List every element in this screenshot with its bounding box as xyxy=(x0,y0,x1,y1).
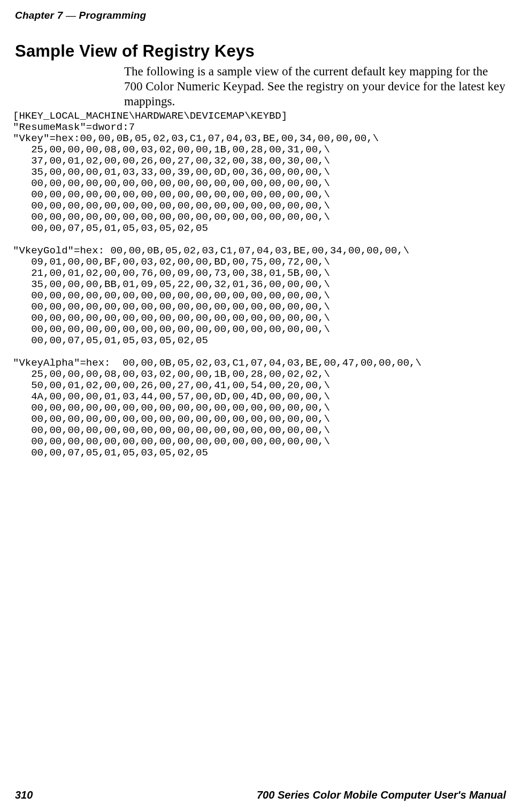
page-number: 310 xyxy=(15,789,33,801)
chapter-label: Chapter 7 xyxy=(15,10,63,21)
section-heading: Sample View of Registry Keys xyxy=(15,42,255,61)
page-footer: 310 700 Series Color Mobile Computer Use… xyxy=(15,785,506,801)
header-separator: — xyxy=(63,10,79,21)
registry-code-block: [HKEY_LOCAL_MACHINE\HARDWARE\DEVICEMAP\K… xyxy=(13,111,510,459)
manual-title: 700 Series Color Mobile Computer User's … xyxy=(257,789,506,801)
page: Chapter 7 — Programming Sample View of R… xyxy=(0,0,521,812)
chapter-topic: Programming xyxy=(79,10,147,21)
intro-paragraph: The following is a sample view of the cu… xyxy=(124,64,509,109)
running-header: Chapter 7 — Programming xyxy=(15,10,146,21)
